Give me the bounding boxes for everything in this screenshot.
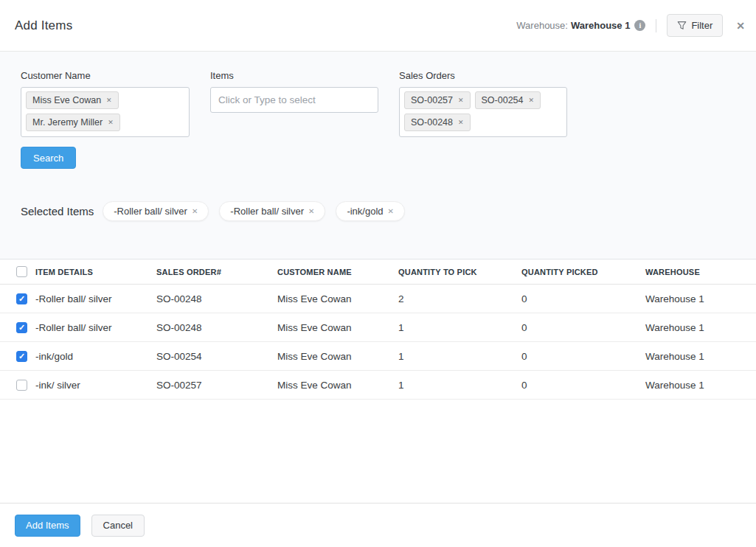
table-row: -Roller ball/ silver SO-00248 Miss Eve C…: [0, 313, 756, 342]
modal-header: Add Items Warehouse: Warehouse 1 Filter: [0, 0, 756, 52]
selected-item-pill: -Roller ball/ silver: [219, 201, 325, 221]
remove-selected-item-icon[interactable]: [192, 207, 198, 215]
cell-quantity-to-pick: 1: [398, 322, 521, 333]
cell-warehouse: Warehouse 1: [645, 293, 756, 304]
cell-sales-order: SO-00248: [156, 322, 277, 333]
cell-item-details: -Roller ball/ silver: [35, 293, 156, 304]
cell-customer-name: Miss Eve Cowan: [277, 293, 398, 304]
table-row: -Roller ball/ silver SO-00248 Miss Eve C…: [0, 285, 756, 313]
items-label: Items: [210, 70, 378, 81]
row-checkbox[interactable]: [16, 322, 27, 333]
column-header-customer-name: CUSTOMER NAME: [277, 268, 398, 276]
remove-tag-icon[interactable]: [106, 97, 112, 104]
cell-quantity-picked: 0: [521, 380, 645, 391]
selected-items-row: Selected Items -Roller ball/ silver -Rol…: [21, 201, 756, 221]
cell-sales-order: SO-00248: [156, 293, 277, 304]
selected-item-pill: -ink/gold: [336, 201, 405, 221]
cell-warehouse: Warehouse 1: [645, 351, 756, 362]
cell-quantity-to-pick: 1: [398, 351, 521, 362]
remove-selected-item-icon[interactable]: [308, 207, 314, 215]
warehouse-label: Warehouse:: [516, 20, 568, 31]
modal-footer: Add Items Cancel: [0, 503, 756, 547]
customer-name-multiselect[interactable]: Miss Eve Cowan Mr. Jeremy Miller: [21, 87, 190, 137]
selected-items-label: Selected Items: [21, 205, 94, 217]
row-checkbox[interactable]: [16, 380, 27, 391]
items-field: Items: [210, 70, 378, 113]
cell-quantity-picked: 0: [521, 322, 645, 333]
sales-order-tag: SO-00254: [475, 91, 541, 109]
cell-quantity-to-pick: 1: [398, 380, 521, 391]
empty-space: [0, 400, 756, 503]
cell-quantity-picked: 0: [521, 293, 645, 304]
items-input[interactable]: [210, 87, 378, 113]
table-row: -ink/gold SO-00254 Miss Eve Cowan 1 0 Wa…: [0, 342, 756, 371]
sales-order-tag: SO-00248: [404, 114, 471, 131]
page-title: Add Items: [15, 18, 72, 33]
sales-orders-multiselect[interactable]: SO-00257 SO-00254 SO-00248: [399, 87, 567, 137]
customer-tag: Miss Eve Cowan: [26, 91, 119, 109]
column-header-warehouse: WAREHOUSE: [645, 268, 756, 276]
filter-button[interactable]: Filter: [667, 14, 723, 37]
selected-item-pill-label: -ink/gold: [347, 206, 383, 217]
customer-name-label: Customer Name: [21, 70, 190, 81]
remove-tag-icon[interactable]: [458, 119, 464, 126]
column-header-item-details: ITEM DETAILS: [35, 268, 156, 276]
customer-tag: Mr. Jeremy Miller: [26, 114, 120, 131]
header-actions: Warehouse: Warehouse 1 Filter: [516, 14, 745, 37]
row-checkbox[interactable]: [16, 293, 27, 304]
sales-order-tag-label: SO-00257: [411, 95, 453, 105]
filter-fields: Customer Name Miss Eve Cowan Mr. Jeremy …: [21, 70, 756, 137]
cell-customer-name: Miss Eve Cowan: [277, 380, 398, 391]
filter-form-section: Customer Name Miss Eve Cowan Mr. Jeremy …: [0, 52, 756, 259]
sales-order-tag-label: SO-00248: [411, 117, 453, 128]
selected-item-pill-label: -Roller ball/ silver: [230, 206, 304, 217]
sales-orders-field: Sales Orders SO-00257 SO-00254 SO-00248: [399, 70, 567, 137]
cell-customer-name: Miss Eve Cowan: [277, 322, 398, 333]
cancel-button[interactable]: Cancel: [91, 515, 145, 537]
cell-item-details: -Roller ball/ silver: [35, 322, 156, 333]
table-row: -ink/ silver SO-00257 Miss Eve Cowan 1 0…: [0, 371, 756, 400]
search-button[interactable]: Search: [21, 147, 76, 169]
remove-selected-item-icon[interactable]: [388, 207, 394, 215]
filter-funnel-icon: [677, 21, 687, 30]
column-header-quantity-picked: QUANTITY PICKED: [521, 268, 645, 276]
selected-item-pill-label: -Roller ball/ silver: [114, 206, 187, 217]
close-icon[interactable]: [736, 21, 745, 31]
cell-item-details: -ink/ silver: [35, 380, 156, 391]
sales-orders-label: Sales Orders: [399, 70, 567, 81]
items-table: ITEM DETAILS SALES ORDER# CUSTOMER NAME …: [0, 259, 756, 400]
filter-button-label: Filter: [691, 20, 712, 31]
cell-warehouse: Warehouse 1: [645, 380, 756, 391]
remove-tag-icon[interactable]: [108, 119, 114, 126]
cell-warehouse: Warehouse 1: [645, 322, 756, 333]
cell-quantity-to-pick: 2: [398, 293, 521, 304]
cell-item-details: -ink/gold: [35, 351, 156, 362]
customer-name-field: Customer Name Miss Eve Cowan Mr. Jeremy …: [21, 70, 190, 137]
info-icon[interactable]: [634, 20, 645, 31]
select-all-checkbox[interactable]: [16, 266, 27, 277]
column-header-sales-order: SALES ORDER#: [156, 268, 277, 276]
customer-tag-label: Mr. Jeremy Miller: [32, 117, 103, 128]
row-checkbox[interactable]: [16, 351, 27, 362]
add-items-button[interactable]: Add Items: [15, 515, 80, 537]
warehouse-value: Warehouse 1: [571, 20, 630, 31]
add-items-modal: Add Items Warehouse: Warehouse 1 Filter …: [0, 0, 756, 547]
table-header-row: ITEM DETAILS SALES ORDER# CUSTOMER NAME …: [0, 259, 756, 285]
vertical-divider: [656, 19, 656, 32]
cell-customer-name: Miss Eve Cowan: [277, 351, 398, 362]
cell-sales-order: SO-00254: [156, 351, 277, 362]
selected-item-pill: -Roller ball/ silver: [103, 201, 209, 221]
sales-order-tag: SO-00257: [404, 91, 471, 109]
cell-quantity-picked: 0: [521, 351, 645, 362]
sales-order-tag-label: SO-00254: [482, 95, 524, 105]
customer-tag-label: Miss Eve Cowan: [32, 95, 101, 105]
column-header-quantity-to-pick: QUANTITY TO PICK: [398, 268, 521, 276]
cell-sales-order: SO-00257: [156, 380, 277, 391]
remove-tag-icon[interactable]: [529, 97, 535, 104]
remove-tag-icon[interactable]: [458, 97, 464, 104]
